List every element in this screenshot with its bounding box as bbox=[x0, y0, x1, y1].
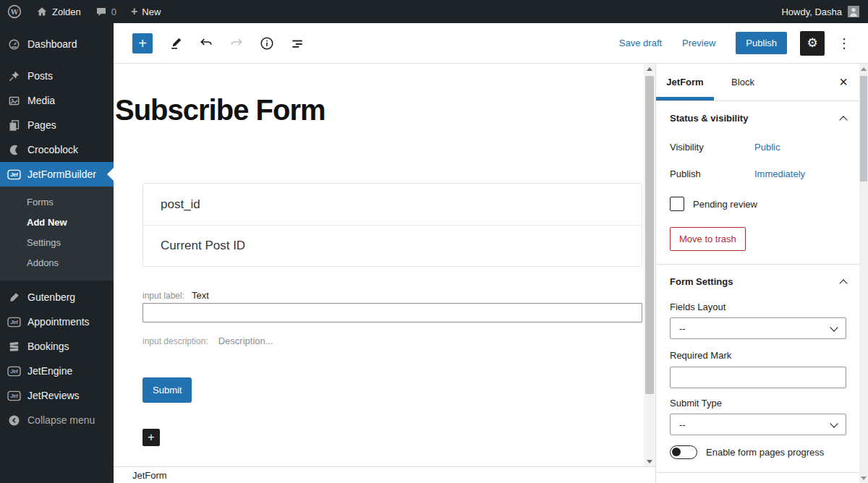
sidebar-item-jetformbuilder[interactable]: Jet JetFormBuilder bbox=[0, 162, 114, 187]
collapse-arrow-icon bbox=[7, 413, 21, 427]
text-field-input[interactable] bbox=[142, 303, 642, 322]
svg-text:Jet: Jet bbox=[10, 393, 18, 399]
site-name: Zolden bbox=[52, 7, 81, 17]
plus-icon: + bbox=[131, 6, 137, 17]
status-visibility-panel: Status & visibility Visibility Public Pu… bbox=[656, 101, 859, 265]
input-description-prefix: input description: bbox=[142, 336, 208, 346]
details-icon[interactable] bbox=[260, 36, 274, 51]
visibility-value[interactable]: Public bbox=[754, 142, 780, 153]
fields-layout-select[interactable]: -- bbox=[670, 317, 846, 339]
input-description-placeholder[interactable]: Description... bbox=[218, 335, 273, 346]
settings-sidebar: JetForm Block × Status & visibility Visi… bbox=[655, 64, 859, 483]
submit-type-label: Submit Type bbox=[670, 398, 846, 409]
field-value[interactable]: Current Post ID bbox=[143, 225, 642, 266]
jet-badge-icon: Jet bbox=[7, 388, 21, 403]
pushpin-icon bbox=[7, 69, 21, 83]
admin-menu: Dashboard Posts Media Pages Crocoblock J… bbox=[0, 23, 114, 483]
options-menu-button[interactable]: ⋮ bbox=[835, 33, 854, 54]
active-tab-underline bbox=[656, 97, 714, 101]
scroll-down-arrow[interactable] bbox=[859, 473, 868, 483]
form-pages-progress-row: Enable form pages progress bbox=[670, 445, 846, 459]
input-label-prefix: input label: bbox=[142, 291, 184, 301]
dashboard-icon bbox=[7, 37, 21, 51]
editor-scrollbar[interactable] bbox=[644, 64, 655, 466]
pages-icon bbox=[7, 118, 21, 132]
jet-badge-icon: Jet bbox=[7, 167, 21, 181]
panel-title: Form Settings bbox=[670, 276, 733, 287]
block-breadcrumb[interactable]: JetForm bbox=[132, 470, 167, 481]
close-icon[interactable]: × bbox=[827, 74, 859, 90]
block-appender-button[interactable]: + bbox=[142, 429, 160, 446]
publish-value[interactable]: Immediately bbox=[754, 168, 805, 179]
sidebar-item-posts[interactable]: Posts bbox=[0, 64, 114, 88]
scroll-up-arrow[interactable] bbox=[859, 64, 868, 74]
text-field-description-row: input description: Description... bbox=[142, 335, 273, 346]
sidebar-item-bookings[interactable]: Bookings bbox=[0, 334, 114, 359]
submenu-item-add-new[interactable]: Add New bbox=[0, 213, 114, 233]
pending-review-row[interactable]: Pending review bbox=[670, 197, 846, 211]
submenu-item-forms[interactable]: Forms bbox=[0, 192, 114, 213]
tab-jetform[interactable]: JetForm bbox=[656, 64, 714, 101]
sidebar-item-appointments[interactable]: Jet Appointments bbox=[0, 309, 114, 334]
form-title[interactable]: Subscribe Form bbox=[115, 94, 326, 127]
howdy-greeting[interactable]: Howdy, Dasha bbox=[781, 7, 842, 17]
site-link[interactable]: Zolden bbox=[29, 0, 88, 23]
tab-block[interactable]: Block bbox=[714, 64, 772, 101]
list-view-icon[interactable] bbox=[290, 36, 305, 51]
field-name[interactable]: post_id bbox=[143, 184, 642, 225]
sidebar-scrollbar[interactable] bbox=[859, 64, 868, 483]
avatar[interactable] bbox=[848, 6, 859, 17]
block-inserter-button[interactable]: + bbox=[132, 33, 153, 54]
undo-icon[interactable] bbox=[199, 36, 213, 51]
required-mark-label: Required Mark bbox=[670, 350, 846, 361]
comments-icon bbox=[95, 6, 107, 17]
publish-button[interactable]: Publish bbox=[736, 32, 787, 54]
move-to-trash-button[interactable]: Move to trash bbox=[670, 227, 746, 251]
scrollbar-thumb[interactable] bbox=[860, 76, 867, 181]
chevron-down-icon bbox=[830, 419, 838, 427]
wordpress-logo[interactable]: W bbox=[0, 0, 29, 23]
sidebar-item-gutenberg[interactable]: Gutenberg bbox=[0, 285, 114, 309]
input-label-value[interactable]: Text bbox=[192, 290, 209, 301]
sidebar-item-media[interactable]: Media bbox=[0, 88, 114, 113]
sidebar-item-jetreviews[interactable]: Jet JetReviews bbox=[0, 383, 114, 408]
comments-link[interactable]: 0 bbox=[88, 0, 124, 23]
scroll-up-arrow[interactable] bbox=[644, 64, 655, 74]
preview-button[interactable]: Preview bbox=[682, 38, 715, 48]
home-icon bbox=[36, 6, 48, 17]
scrollbar-thumb[interactable] bbox=[645, 76, 654, 394]
crocoblock-icon bbox=[7, 142, 21, 157]
form-pages-progress-toggle[interactable] bbox=[670, 445, 697, 459]
editor-toolbar: + Save draft Preview Publish ⚙ ⋮ bbox=[114, 23, 868, 64]
sidebar-item-crocoblock[interactable]: Crocoblock bbox=[0, 137, 114, 162]
sidebar-item-jetengine[interactable]: Jet JetEngine bbox=[0, 359, 114, 383]
submit-type-select[interactable]: -- bbox=[670, 414, 846, 435]
chevron-up-icon[interactable] bbox=[839, 279, 847, 287]
submenu-item-addons[interactable]: Addons bbox=[0, 253, 114, 273]
sidebar-item-pages[interactable]: Pages bbox=[0, 113, 114, 137]
scroll-down-arrow[interactable] bbox=[644, 456, 655, 466]
settings-gear-button[interactable]: ⚙ bbox=[800, 31, 825, 56]
pending-review-checkbox[interactable] bbox=[670, 197, 684, 211]
sidebar-item-dashboard[interactable]: Dashboard bbox=[0, 32, 114, 56]
submenu-item-settings[interactable]: Settings bbox=[0, 233, 114, 253]
pending-review-label: Pending review bbox=[693, 199, 757, 210]
comments-count: 0 bbox=[111, 7, 116, 17]
edit-mode-icon[interactable] bbox=[169, 36, 183, 51]
save-draft-button[interactable]: Save draft bbox=[619, 38, 662, 48]
redo-icon[interactable] bbox=[229, 36, 244, 51]
collapse-menu-button[interactable]: Collapse menu bbox=[0, 408, 114, 432]
wordpress-icon: W bbox=[7, 4, 22, 19]
editor-footer: JetForm bbox=[114, 466, 655, 483]
media-icon bbox=[7, 93, 21, 108]
chevron-up-icon[interactable] bbox=[839, 116, 847, 124]
form-submit-button[interactable]: Submit bbox=[142, 377, 192, 403]
chevron-down-icon bbox=[830, 323, 838, 331]
jet-badge-icon: Jet bbox=[7, 364, 21, 378]
toggle-knob bbox=[672, 448, 681, 456]
editor-canvas: Subscribe Form post_id Current Post ID i… bbox=[114, 64, 644, 466]
new-content-link[interactable]: + New bbox=[124, 0, 168, 23]
visibility-label: Visibility bbox=[670, 142, 754, 153]
required-mark-input[interactable] bbox=[670, 367, 846, 388]
hidden-field-block[interactable]: post_id Current Post ID bbox=[142, 183, 642, 267]
